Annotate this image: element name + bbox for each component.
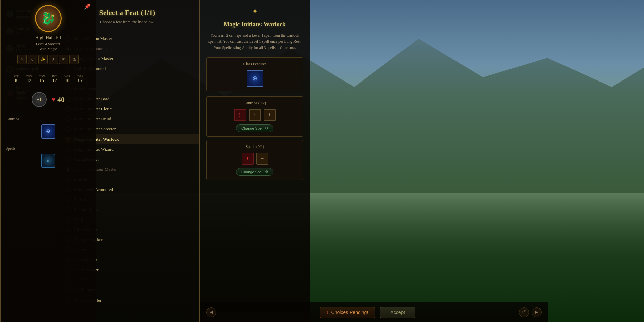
pin-icon[interactable]: 📌 [84, 3, 91, 10]
hp-heart-icon: ♥ [52, 96, 56, 103]
ac-value: +1 [37, 97, 42, 102]
detail-panel: ✦ Magic Initiate: Warlock You learn 2 ca… [200, 0, 310, 322]
class-feature-spell-icon: ❄ [247, 70, 263, 87]
value-wis: 10 [65, 78, 70, 84]
label-str: STR [13, 75, 19, 78]
choices-pending-button[interactable]: ! Choices Pending! [320, 307, 375, 318]
spell-roman-numeral: II [47, 159, 49, 163]
stat-icon-scroll[interactable]: ✨ [38, 55, 48, 64]
stat-divider-1 [6, 72, 91, 72]
cantrips-label: Cantrips (0/2) [244, 101, 266, 106]
change-spell-gear-icon: ⚙ [265, 126, 268, 130]
nav-right-icons: ↺ ► [519, 307, 542, 317]
feat-detail-title: Magic Initiate: Warlock [224, 21, 286, 28]
label-dex: DEX [26, 75, 32, 78]
change-spell-gear-icon-2: ⚙ [265, 170, 268, 174]
ability-col-int: INT 12 [49, 75, 60, 84]
cantrips-section-title: Cantrips [6, 117, 91, 122]
character-emblem: 🐉 [35, 5, 62, 32]
spell-slots-row: ! + [241, 153, 268, 165]
stat-icon-shield[interactable]: 🛡 [28, 55, 37, 64]
nav-right-icon[interactable]: ► [532, 307, 542, 317]
class-features-title: Class Features [243, 62, 267, 67]
ability-col-str: STR 8 [11, 75, 22, 84]
stat-icon-eye[interactable]: 👁 [59, 55, 68, 64]
value-str: 8 [15, 78, 17, 84]
hp-badge: ♥ 40 [52, 92, 65, 107]
cantrip-slot-warning: ! [234, 109, 246, 121]
spell-display-icon: II [41, 154, 55, 168]
ability-col-dex: DEX 13 [24, 75, 35, 84]
feat-detail-icon: ✦ [252, 7, 258, 16]
ability-labels-row: STR 8 DEX 13 CON 15 INT 12 WIS 10 CHA 17 [11, 75, 86, 84]
value-dex: 13 [27, 78, 32, 84]
label-int: INT [52, 75, 57, 78]
spell-slot-warning: ! [241, 153, 254, 165]
stat-panel: 📌 🐉 High Half-Elf Level 4 Sorcerer Wild … [0, 0, 96, 322]
ability-col-con: CON 15 [37, 75, 47, 84]
label-con: CON [39, 75, 45, 78]
cantrip-display-icon: ❄ [41, 124, 55, 139]
value-cha: 17 [78, 78, 83, 84]
stat-icon-sword[interactable]: ⚔ [17, 55, 27, 64]
cantrip-slots-row: ! + + [234, 109, 276, 121]
ac-badge: +1 [32, 92, 47, 107]
accept-label: Accept [390, 310, 405, 315]
cantrip-slot-add-2[interactable]: + [264, 109, 276, 121]
change-spell-label-spells: Change Spell [241, 170, 263, 174]
label-cha: CHA [77, 75, 83, 78]
cantrip-slot-add-1[interactable]: + [249, 109, 261, 121]
change-spell-button-cantrips[interactable]: Change Spell ⚙ [236, 124, 273, 132]
nav-left-icon[interactable]: ◄ [206, 307, 216, 317]
nav-refresh-icon[interactable]: ↺ [519, 307, 529, 317]
accept-button[interactable]: Accept [380, 307, 415, 318]
stat-divider-4 [6, 143, 91, 143]
character-race: High Half-Elf [35, 35, 61, 41]
stat-icon-star[interactable]: ★ [49, 55, 58, 64]
bottom-icons-row: ◄ ! Choices Pending! Accept ↺ ► [200, 307, 548, 318]
center-actions: ! Choices Pending! Accept [320, 307, 415, 318]
hp-value: 40 [57, 95, 65, 104]
value-con: 15 [40, 78, 44, 84]
stat-divider-2 [6, 89, 91, 89]
choices-pending-label: Choices Pending! [331, 310, 368, 315]
stat-icon-bag[interactable]: ⚗ [69, 55, 79, 64]
value-int: 12 [52, 78, 57, 84]
class-features-box: Class Features ❄ [206, 57, 303, 91]
choices-warning-icon: ! [327, 310, 329, 315]
change-spell-button-spells[interactable]: Change Spell ⚙ [236, 168, 273, 176]
stat-icon-row: ⚔ 🛡 ✨ ★ 👁 ⚗ [17, 55, 79, 64]
hp-ac-row: +1 ♥ 40 [32, 92, 65, 107]
spells-box: Spells (0/1) ! + Change Spell ⚙ [206, 140, 303, 180]
ability-col-wis: WIS 10 [62, 75, 73, 84]
label-wis: WIS [64, 75, 70, 78]
change-spell-label-cantrips: Change Spell [241, 126, 263, 130]
spell-slot-add[interactable]: + [256, 153, 268, 165]
spells-section-title: Spells [6, 146, 91, 151]
bottom-bar: ◄ ! Choices Pending! Accept ↺ ► [200, 302, 548, 322]
ability-col-cha: CHA 17 [75, 75, 86, 84]
character-class: Level 4 Sorcerer [36, 42, 60, 46]
stat-divider-3 [6, 114, 91, 114]
character-subclass: Wild Magic [39, 47, 57, 51]
feat-detail-description: You learn 2 cantrips and a Level 1 spell… [206, 32, 303, 51]
spells-label: Spells (0/1) [246, 144, 264, 149]
cantrips-box: Cantrips (0/2) ! + + Change Spell ⚙ [206, 96, 303, 137]
